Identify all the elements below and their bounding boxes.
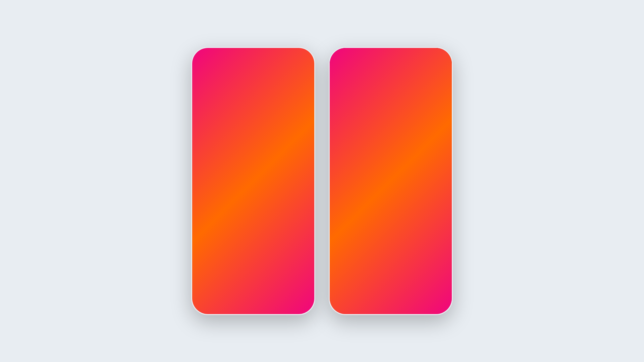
input-icons: 🎤 🖼️ ☺ xyxy=(279,299,310,307)
user-info-right: Ricky Padilla jaded.elephant17 xyxy=(358,61,425,72)
r-message-1: Let's meet near the library. xyxy=(386,80,447,93)
msg-group-pic: a pic of me 🤗 xyxy=(197,211,310,225)
status-icons-left: 📶 🔋 xyxy=(287,51,307,56)
call-icon-right[interactable] xyxy=(428,62,435,71)
back-button-right[interactable]: ‹ xyxy=(334,62,339,71)
r-msg-3: See you! xyxy=(334,109,447,120)
chat-header-left: ‹ 🦊 Ricky Padilla jaded.elephant17 xyxy=(192,58,314,76)
msg-row-received-2: How are you? Send me a pic? xyxy=(197,138,310,179)
message-1: Let's meet near the library xyxy=(246,80,310,93)
avatar-image-right: 🦊 xyxy=(342,60,356,73)
ok-button[interactable]: OK xyxy=(338,256,444,272)
video-icon-left[interactable] xyxy=(302,62,310,71)
message-6: Send me a pic? xyxy=(209,159,237,179)
username-right: Ricky Padilla xyxy=(358,61,425,67)
battery-icon-right: 🔋 xyxy=(439,51,444,56)
msg-row-miss-you: 🦊 Miss you xyxy=(197,181,310,194)
status-time-right: 09:41 xyxy=(337,51,350,56)
signal-icon xyxy=(287,52,293,56)
phone-right: 09:41 📶 🔋 ‹ 🦊 Ricky Padilla jaded.elep xyxy=(329,47,453,315)
video-icon-right[interactable] xyxy=(440,62,447,71)
svg-rect-0 xyxy=(303,64,308,68)
header-actions-right xyxy=(428,62,447,71)
sticker-icon[interactable]: ☺ xyxy=(304,299,310,307)
warning-icon xyxy=(338,207,345,217)
tip-row-1: Others can screenshot or forward your ph… xyxy=(338,207,444,221)
wifi-icon-right: 📶 xyxy=(433,51,438,56)
user-handle-left: jaded.elephant17 xyxy=(221,67,287,72)
msg-row-received-1: 🦊 See you soon! xyxy=(197,95,310,109)
input-placeholder: Message... xyxy=(217,300,239,305)
avatar-right: 🦊 xyxy=(342,60,356,73)
eye-slash-icon xyxy=(271,244,281,255)
tip-text-2: You can unsend a photo if you change you… xyxy=(350,227,444,248)
avatar-image: 🦊 xyxy=(205,60,218,73)
svg-point-1 xyxy=(201,302,203,304)
photo-content: Photo may contain nudity xyxy=(250,244,302,263)
chat-screen-right: 09:41 📶 🔋 ‹ 🦊 Ricky Padilla jaded.elep xyxy=(330,48,452,314)
back-button-left[interactable]: ‹ xyxy=(197,62,202,71)
sheet-handle xyxy=(384,124,397,125)
msg-group-ok: Ok... xyxy=(197,196,310,209)
chat-header-right: ‹ 🦊 Ricky Padilla jaded.elephant17 xyxy=(330,58,452,76)
messages-area-left: Let's meet near the library 🦊 See you so… xyxy=(192,76,314,294)
r-avatar-1: 🦊 xyxy=(334,98,344,107)
phone-left: 09:41 📶 🔋 ‹ 🦊 Ricky Padilla jaded.elepha… xyxy=(191,47,315,315)
bubble-group-received: How are you? Send me a pic? xyxy=(209,138,251,179)
tap-unsend-label: Tap and hold to unsend xyxy=(197,283,310,291)
msg-group-sent-2: See you! xyxy=(197,110,310,124)
avatar-left: 🦊 xyxy=(205,60,218,73)
svg-rect-2 xyxy=(440,64,445,68)
r-message-2: See you soon! xyxy=(346,95,384,107)
message-9: a pic of me 🤗 xyxy=(270,211,310,225)
msg-avatar-2: 🦊 xyxy=(197,185,206,194)
r-msg-row-2: 🦊 See you soon! xyxy=(334,95,447,107)
r-message-3: See you! xyxy=(421,109,447,120)
status-time-left: 09:41 xyxy=(200,51,212,56)
signal-icon-right xyxy=(425,52,431,56)
input-bar-left: Message... 🎤 🖼️ ☺ xyxy=(192,294,314,314)
photo-nudity-label: Photo may contain nudity xyxy=(250,258,302,263)
gallery-icon[interactable]: 🖼️ xyxy=(291,299,300,307)
mic-icon[interactable]: 🎤 xyxy=(279,299,287,307)
message-5: How are you? xyxy=(209,138,237,158)
bottom-sheet: Take care when sharing sensitive photos … xyxy=(330,120,452,314)
battery-icon: 🔋 xyxy=(302,51,307,56)
user-info-left: Ricky Padilla jaded.elephant17 xyxy=(221,61,287,72)
r-msg-1: Let's meet near the library. xyxy=(334,80,447,93)
heart-symbol-container xyxy=(377,132,405,160)
status-bar-left: 09:41 📶 🔋 xyxy=(192,48,314,58)
photo-message[interactable]: Photo may contain nudity xyxy=(243,227,310,281)
sheet-title: Take care when sharing sensitive photos xyxy=(338,166,444,183)
message-7: Miss you xyxy=(209,181,237,194)
username-left: Ricky Padilla xyxy=(221,61,287,67)
header-actions-left xyxy=(290,62,310,71)
heart-svg xyxy=(384,140,397,152)
call-icon-left[interactable] xyxy=(290,62,298,71)
sheet-tips: Others can screenshot or forward your ph… xyxy=(338,207,444,248)
message-2: See you soon! xyxy=(209,95,249,109)
wifi-icon: 📶 xyxy=(295,51,300,56)
chat-screen-left: 09:41 📶 🔋 ‹ 🦊 Ricky Padilla jaded.elepha… xyxy=(192,48,314,314)
status-icons-right: 📶 🔋 xyxy=(425,51,444,56)
timestamp-1: 8:31 PM xyxy=(197,126,310,136)
message-input[interactable]: Message... xyxy=(212,297,275,309)
tip-text-1: Others can screenshot or forward your ph… xyxy=(350,207,444,221)
camera-button[interactable] xyxy=(196,297,208,309)
msg-group-sent-1: Let's meet near the library xyxy=(197,80,310,93)
msg-avatar-1: 🦊 xyxy=(197,99,206,108)
status-bar-right: 09:41 📶 🔋 xyxy=(330,48,452,58)
safety-tips-link[interactable]: See safety tips xyxy=(375,277,406,282)
sheet-subtitle: The photo is blurred because nudity prot… xyxy=(338,186,444,200)
message-3: See you! xyxy=(282,110,310,124)
messages-area-right: Let's meet near the library. 🦊 See you s… xyxy=(330,76,452,120)
heart-circle-container xyxy=(377,132,405,160)
message-8: Ok... xyxy=(290,196,310,209)
user-handle-right: jaded.elephant17 xyxy=(358,67,425,72)
trash-icon xyxy=(338,227,345,236)
tip-row-2: You can unsend a photo if you change you… xyxy=(338,227,444,248)
